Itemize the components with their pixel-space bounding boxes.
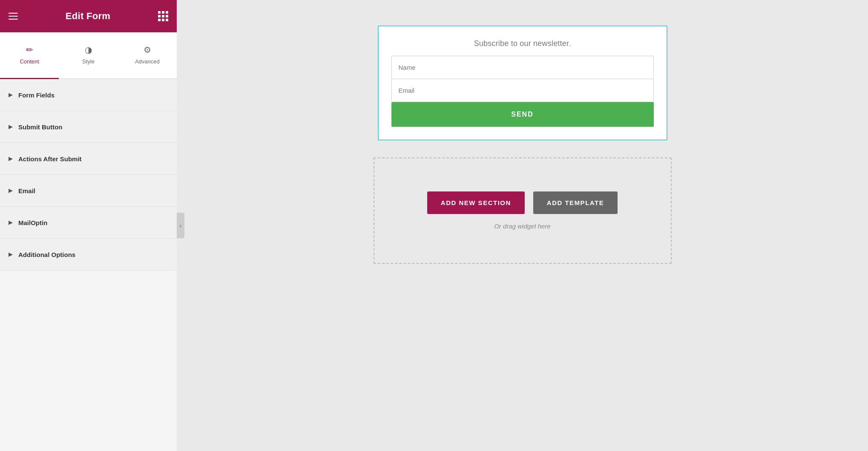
accordion-header-additional-options[interactable]: ▶ Additional Options bbox=[0, 239, 177, 270]
send-button[interactable]: SEND bbox=[391, 102, 654, 127]
additional-options-label: Additional Options bbox=[18, 251, 75, 258]
accordion-header-form-fields[interactable]: ▶ Form Fields bbox=[0, 79, 177, 111]
sidebar-header: Edit Form bbox=[0, 0, 177, 32]
email-input[interactable] bbox=[391, 79, 654, 102]
accordion-header-submit-button[interactable]: ▶ Submit Button bbox=[0, 111, 177, 143]
circle-half-icon: ◑ bbox=[85, 45, 92, 55]
chevron-icon: ▶ bbox=[9, 92, 12, 98]
chevron-icon: ▶ bbox=[9, 220, 12, 226]
pencil-icon: ✏ bbox=[26, 45, 33, 55]
sidebar: Edit Form ✏ Content ◑ Style ⚙ Advanced ▶… bbox=[0, 0, 177, 451]
tab-content[interactable]: ✏ Content bbox=[0, 33, 59, 79]
drag-hint: Or drag widget here bbox=[494, 223, 551, 230]
accordion-item-mailoptin: ▶ MailOptin bbox=[0, 207, 177, 239]
hamburger-icon[interactable] bbox=[9, 13, 18, 20]
main-content: Subscribe to our newsletter. SEND ADD NE… bbox=[177, 0, 868, 451]
accordion-item-additional-options: ▶ Additional Options bbox=[0, 239, 177, 271]
accordion-header-actions-after-submit[interactable]: ▶ Actions After Submit bbox=[0, 143, 177, 174]
edit-form-title: Edit Form bbox=[66, 11, 110, 22]
actions-after-submit-label: Actions After Submit bbox=[18, 155, 82, 163]
add-section-area: ADD NEW SECTION ADD TEMPLATE Or drag wid… bbox=[374, 157, 672, 264]
add-template-button[interactable]: ADD TEMPLATE bbox=[533, 191, 618, 214]
gear-icon: ⚙ bbox=[144, 45, 151, 55]
tab-style-label: Style bbox=[82, 58, 95, 65]
form-fields-label: Form Fields bbox=[18, 91, 55, 99]
tabs-bar: ✏ Content ◑ Style ⚙ Advanced bbox=[0, 32, 177, 79]
accordion-item-form-fields: ▶ Form Fields bbox=[0, 79, 177, 111]
chevron-icon: ▶ bbox=[9, 156, 12, 162]
accordion-item-actions-after-submit: ▶ Actions After Submit bbox=[0, 143, 177, 175]
add-new-section-button[interactable]: ADD NEW SECTION bbox=[427, 191, 525, 214]
chevron-icon: ▶ bbox=[9, 251, 12, 257]
name-input[interactable] bbox=[391, 56, 654, 79]
accordion-header-email[interactable]: ▶ Email bbox=[0, 175, 177, 206]
accordion-item-submit-button: ▶ Submit Button bbox=[0, 111, 177, 143]
tab-content-label: Content bbox=[20, 58, 39, 65]
email-label: Email bbox=[18, 187, 35, 194]
add-buttons-row: ADD NEW SECTION ADD TEMPLATE bbox=[427, 191, 618, 214]
collapse-sidebar-handle[interactable]: ‹ bbox=[177, 213, 184, 238]
tab-style[interactable]: ◑ Style bbox=[59, 33, 118, 79]
accordion-header-mailoptin[interactable]: ▶ MailOptin bbox=[0, 207, 177, 238]
tab-advanced-label: Advanced bbox=[135, 58, 160, 65]
chevron-icon: ▶ bbox=[9, 188, 12, 194]
tab-advanced[interactable]: ⚙ Advanced bbox=[118, 33, 177, 79]
accordion-list: ▶ Form Fields ▶ Submit Button ▶ Actions … bbox=[0, 79, 177, 451]
form-inputs: SEND bbox=[391, 56, 654, 127]
form-title: Subscribe to our newsletter. bbox=[391, 39, 654, 48]
accordion-item-email: ▶ Email bbox=[0, 175, 177, 207]
grid-icon[interactable] bbox=[158, 11, 168, 21]
chevron-icon: ▶ bbox=[9, 124, 12, 130]
mailoptin-label: MailOptin bbox=[18, 219, 47, 226]
submit-button-label: Submit Button bbox=[18, 123, 62, 131]
form-widget: Subscribe to our newsletter. SEND bbox=[378, 26, 667, 140]
